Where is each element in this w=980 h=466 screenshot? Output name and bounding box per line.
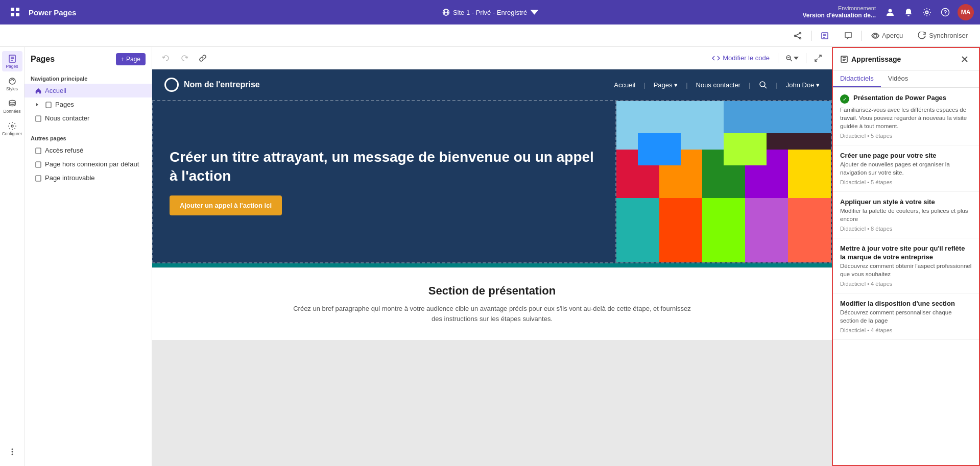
nav-sep-4: | [776,81,777,89]
site-logo: Nom de l'entreprise [164,78,260,92]
nav-pages[interactable]: Pages [2,51,22,71]
learn-item-0[interactable]: ✓ Présentation de Power Pages Familiaris… [833,88,979,145]
nav-nous-contacter[interactable]: Nous contacter [25,111,152,125]
nav-pages-label: Pages [6,64,18,69]
add-page-label: + Page [121,56,140,63]
close-panel-btn[interactable] [958,52,972,66]
nav-sep-3: | [749,81,750,89]
top-bar-right: Environnement Version d'évaluation de...… [802,4,974,20]
nav-contact-link[interactable]: Nous contacter [696,81,740,89]
person-icon-btn[interactable] [882,4,898,20]
svg-rect-35 [36,176,41,181]
section-preview: Section de présentation Créez un bref pa… [152,267,832,340]
sync-label: Synchroniser [929,32,968,39]
svg-rect-2 [11,13,14,16]
zoom-control[interactable] [782,55,802,62]
panel-title-text: Apprentissage [851,55,901,63]
nav-pages-item[interactable]: Pages [25,97,152,111]
nav-pages-item-label: Pages [55,101,74,108]
check-icon-0: ✓ [840,94,849,104]
pages-panel-title: Pages [31,55,55,64]
pages-panel: Pages + Page Navigation principale Accue… [25,47,152,466]
nav-data-label: Données [3,109,20,114]
tab-tutorials-label: Didacticiels [840,75,874,82]
nav-data[interactable]: Données [2,96,22,116]
main-canvas-area: Modifier le code Nom de l'entreprise [152,47,832,466]
learn-item-2[interactable]: Appliquer un style à votre site Modifier… [833,192,979,238]
undo-btn[interactable] [158,51,174,66]
learn-item-meta-3: Didacticiel • 4 étapes [840,281,972,287]
avatar-initials: MA [961,9,971,16]
modify-code-btn[interactable]: Modifier le code [708,52,774,64]
svg-text:?: ? [944,9,947,15]
learn-item-title-0: Présentation de Power Pages [853,94,946,103]
nav-configure[interactable]: Configurer [2,118,22,139]
toolbar-bar: Aperçu Synchroniser [0,24,980,47]
nav-page-introuvable[interactable]: Page introuvable [25,171,152,185]
nav-nous-contacter-label: Nous contacter [45,114,89,122]
learn-item-title-2: Appliquer un style à votre site [840,198,972,207]
learn-item-3[interactable]: Mettre à jour votre site pour qu'il refl… [833,238,979,293]
nav-configure-label: Configurer [2,132,22,136]
learn-item-meta-4: Didacticiel • 4 étapes [840,327,972,333]
learn-item-desc-4: Découvrez comment personnaliser chaque s… [840,308,972,325]
book-icon-btn[interactable] [815,28,835,44]
canvas-toolbar: Modifier le code [152,47,832,69]
learn-item-4[interactable]: Modifier la disposition d'une section Dé… [833,293,979,340]
nav-acces-refuse[interactable]: Accès refusé [25,143,152,157]
nav-styles[interactable]: Styles [2,73,22,94]
learn-item-desc-0: Familiarisez-vous avec les différents es… [840,106,972,130]
site-nav-links: Accueil | Pages ▾ | Nous contacter | | J… [614,80,820,89]
link-btn[interactable] [195,51,210,66]
expand-icon[interactable] [35,102,42,107]
learn-item-title-4: Modifier la disposition d'une section [840,300,972,308]
tab-videos[interactable]: Vidéos [881,70,916,87]
notification-btn[interactable] [900,4,917,20]
nav-pages-link[interactable]: Pages ▾ [654,81,678,89]
svg-line-42 [764,86,767,88]
learn-item-desc-1: Ajouter de nouvelles pages et organiser … [840,160,972,177]
share-btn[interactable] [787,28,808,44]
svg-rect-1 [16,8,19,11]
nav-accueil[interactable]: Accueil ••• [25,84,152,97]
redo-btn[interactable] [177,51,192,66]
company-name: Nom de l'entreprise [184,80,260,89]
add-page-button[interactable]: + Page [116,53,146,65]
settings-btn[interactable] [919,4,935,20]
sync-btn[interactable]: Synchroniser [912,28,974,44]
nav-page-hors-connexion[interactable]: Page hors connexion par défaut [25,157,152,171]
tab-tutorials[interactable]: Didacticiels [833,70,881,87]
svg-line-37 [790,59,792,61]
toolbar-right: Aperçu Synchroniser [787,28,974,44]
apps-button[interactable] [6,3,25,21]
learn-item-desc-2: Modifier la palette de couleurs, les pol… [840,207,972,223]
fullscreen-btn[interactable] [810,51,826,66]
nav-main-section: Navigation principale [25,71,152,84]
app-title: Power Pages [29,8,76,17]
site-logo-circle [164,78,179,92]
learn-item-meta-1: Didacticiel • 5 étapes [840,179,972,185]
svg-point-30 [11,454,13,455]
svg-rect-31 [46,102,51,108]
nav-user-link[interactable]: John Doe ▾ [786,81,820,89]
nav-more[interactable] [2,442,22,462]
svg-point-28 [11,449,13,450]
nav-styles-label: Styles [6,87,18,91]
user-avatar[interactable]: MA [958,4,974,20]
learn-item-1[interactable]: Créer une page pour votre site Ajouter d… [833,145,979,192]
preview-btn[interactable]: Aperçu [865,28,909,44]
help-btn[interactable]: ? [937,4,953,20]
icon-nav: Pages Styles Données Configurer [0,47,25,466]
section-title: Section de présentation [169,284,816,298]
svg-point-20 [874,34,877,37]
nav-page-hors-connexion-label: Page hors connexion par défaut [45,160,139,168]
hero-cta-btn[interactable]: Ajouter un appel à l'action ici [170,195,282,215]
nav-sep-2: | [686,81,687,89]
nav-accueil-link[interactable]: Accueil [614,81,635,89]
comment-btn[interactable] [838,28,858,44]
svg-point-7 [889,9,892,13]
svg-point-8 [926,11,928,14]
hero-section: Créer un titre attrayant, un message de … [152,100,832,263]
hero-image-container [616,101,831,262]
environment-info: Environnement Version d'évaluation de... [802,5,876,20]
